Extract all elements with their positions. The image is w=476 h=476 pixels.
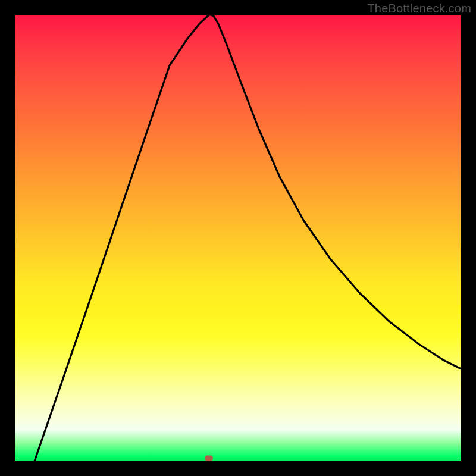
optimal-point-marker [205,455,213,461]
chart-frame: TheBottleneck.com [0,0,476,476]
bottleneck-curve [35,15,461,461]
plot-area [15,15,461,461]
curve-svg [15,15,461,461]
watermark-text: TheBottleneck.com [367,2,471,15]
